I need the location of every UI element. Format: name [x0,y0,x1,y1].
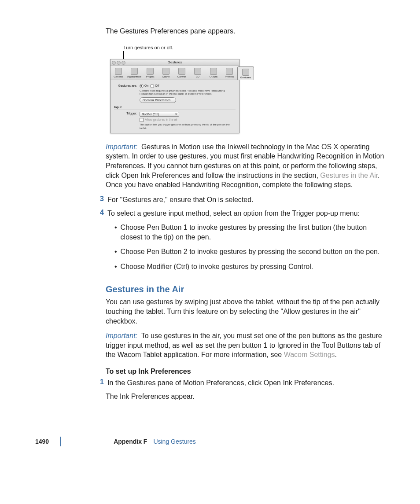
on-radio [140,84,144,88]
appendix-label: Appendix F [114,438,147,445]
project-icon [147,68,154,75]
important-label: Important: [106,143,137,151]
zoom-icon [122,61,125,65]
tab-canvas: Canvas [174,66,190,80]
gesture-requirement-note: Gesture input requires a graphics tablet… [140,89,236,96]
close-icon [112,61,116,65]
step-number: 1 [95,378,107,388]
prefs-titlebar: Gestures [111,59,239,66]
step-3: 3 For "Gestures are," ensure that On is … [106,195,387,205]
screenshot-with-callout: Turn gestures on or off. Gestures Genera… [110,45,387,133]
content-column: The Gestures Preferences pane appears. T… [106,26,387,401]
preferences-window: Gestures General Appearance Project Cach… [110,59,239,133]
important-label: Important: [106,332,137,339]
tab-general: General [111,66,126,80]
tab-project: Project [142,66,158,80]
tab-presets: Presets [221,66,237,80]
tab-gestures: Gestures [237,66,254,80]
wacom-settings-link[interactable]: Wacom Settings [284,351,335,358]
air-note: This option lets you trigger gestures wi… [140,123,236,130]
important-note-1: Important: Gestures in Motion use the In… [106,142,387,190]
trigger-select: Modifier (Ctrl) [140,112,179,117]
sub-heading: To set up Ink Preferences [106,368,387,375]
gestures-icon [242,69,249,76]
canvas-icon [178,68,185,75]
cache-icon [162,68,169,75]
minimize-icon [117,61,121,65]
follow-text: The Ink Preferences appear. [106,392,387,401]
callout-label: Turn gestures on or off. [123,45,387,50]
prefs-body: Gestures are: On Off Gesture input requi… [111,80,239,133]
page: The Gestures Preferences pane appears. T… [0,0,420,467]
list-item: •Choose Pen Button 2 to invoke gestures … [114,247,387,257]
off-radio [150,84,154,88]
allow-air-label: Allow gestures in the air [145,118,177,121]
bullet-icon: • [114,247,117,257]
tab-appearance: Appearance [126,66,142,80]
input-section-label: Input [114,106,236,109]
window-title: Gestures [168,60,182,64]
footer-divider [60,437,61,446]
3d-icon [194,68,201,75]
list-item: •Choose Modifier (Ctrl) to invoke gestur… [114,262,387,272]
list-item: •Choose Pen Button 1 to invoke gestures … [114,223,387,242]
bullet-icon: • [114,262,117,272]
tab-output: Output [206,66,221,80]
presets-icon [226,68,233,75]
page-footer: 1490 Appendix F Using Gestures [35,437,385,446]
prefs-toolbar: General Appearance Project Cache Canvas … [111,66,239,80]
output-icon [210,68,217,75]
tab-cache: Cache [158,66,174,80]
step-text: For "Gestures are," ensure that On is se… [107,195,387,205]
step-1: 1 In the Gestures pane of Motion Prefere… [106,378,387,388]
important-note-2: Important: To use gestures in the air, y… [106,331,387,360]
chapter-title: Using Gestures [153,438,195,445]
trigger-label: Trigger: [114,112,137,115]
window-controls [112,61,125,65]
air-paragraph: You can use gestures by swiping just abo… [106,297,387,326]
section-heading: Gestures in the Air [106,284,387,294]
page-number: 1490 [35,438,49,445]
trigger-options-list: •Choose Pen Button 1 to invoke gestures … [114,223,387,271]
intro-text: The Gestures Preferences pane appears. [106,26,387,36]
tab-3d: 3D [190,66,206,80]
step-number: 3 [95,195,107,205]
allow-air-checkbox [140,118,144,122]
gestures-in-air-link[interactable]: Gestures in the Air [320,172,378,179]
step-number: 4 [95,209,107,218]
open-ink-preferences-button: Open Ink Preferences... [140,97,176,103]
step-text: In the Gestures pane of Motion Preferenc… [107,378,387,388]
step-4: 4 To select a gesture input method, sele… [106,209,387,218]
general-icon [115,68,122,75]
gestures-are-label: Gestures are: [114,84,137,87]
callout-leader-line [123,51,124,59]
appearance-icon [131,68,138,75]
bullet-icon: • [114,223,117,242]
step-text: To select a gesture input method, select… [107,209,387,218]
